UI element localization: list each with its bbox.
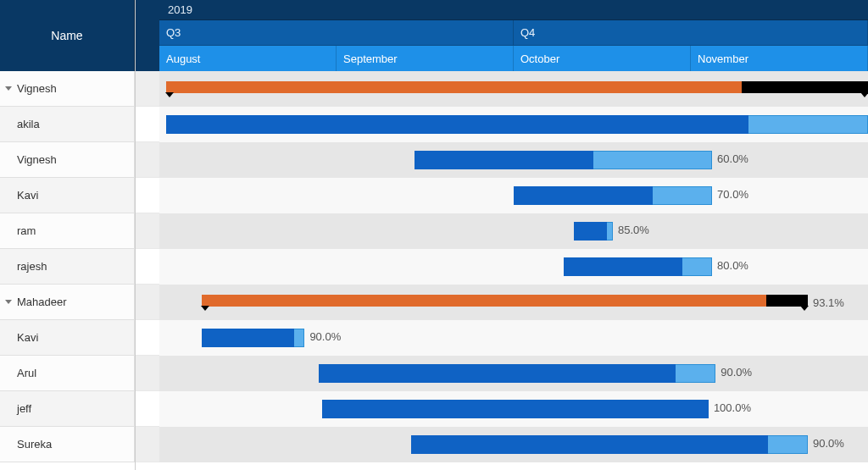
splitter-row xyxy=(136,427,159,462)
timeline-row: 100.0% xyxy=(159,391,868,427)
splitter-row xyxy=(136,71,159,107)
task-name-label: akila xyxy=(17,118,40,130)
splitter-row xyxy=(136,285,159,320)
quarter-cell: Q4 xyxy=(514,20,868,46)
task-bar-progress xyxy=(319,364,676,383)
progress-label: 85.0% xyxy=(613,224,649,236)
task-name-cell[interactable]: rajesh xyxy=(0,249,135,285)
task-name-cell[interactable]: Kavi xyxy=(0,178,135,213)
timeline-panel: 2019 Q3Q4 AugustSeptemberOctoberNovember… xyxy=(159,0,868,470)
splitter-row xyxy=(136,356,159,391)
month-label: November xyxy=(698,53,748,65)
timeline-row: 90.0% xyxy=(159,427,868,462)
progress-label: 90.0% xyxy=(808,437,844,450)
task-bar-progress xyxy=(166,115,748,134)
task-bar[interactable]: 85.0% xyxy=(574,222,613,241)
expand-caret-icon[interactable] xyxy=(5,86,12,91)
progress-label: 70.0% xyxy=(712,188,748,201)
name-list: VigneshakilaVigneshKaviramrajeshMahadeer… xyxy=(0,71,135,462)
task-name-label: Arul xyxy=(17,367,36,379)
summary-bar-progress xyxy=(202,295,765,307)
quarter-cell: Q3 xyxy=(159,20,514,46)
task-name-cell[interactable]: Arul xyxy=(0,356,135,391)
task-name-label: Vignesh xyxy=(17,82,57,95)
task-bar[interactable]: 90.0% xyxy=(319,364,715,383)
task-bar-progress xyxy=(574,222,607,241)
task-name-cell[interactable]: akila xyxy=(0,107,135,142)
quarter-label: Q4 xyxy=(520,26,535,39)
progress-label: 90.0% xyxy=(715,366,752,379)
gantt-chart: Name VigneshakilaVigneshKaviramrajeshMah… xyxy=(0,0,868,470)
month-label: October xyxy=(520,53,559,65)
task-bar-progress xyxy=(202,329,294,347)
task-bar-progress xyxy=(415,151,593,169)
timeline-row: 90.0% xyxy=(159,356,868,391)
month-label: September xyxy=(343,53,398,65)
task-bar[interactable] xyxy=(166,115,868,134)
timeline-body: 60.0%70.0%85.0%80.0%93.1%90.0%90.0%100.0… xyxy=(159,71,868,462)
task-bar-progress xyxy=(322,400,709,418)
progress-label: 100.0% xyxy=(709,401,751,414)
timeline-row: 85.0% xyxy=(159,213,868,249)
progress-label: 80.0% xyxy=(712,259,748,272)
task-name-label: Kavi xyxy=(17,331,38,344)
timeline-row: 93.1% xyxy=(159,285,868,320)
summary-bar[interactable]: 93.1% xyxy=(202,295,808,307)
splitter-header xyxy=(136,0,159,71)
task-name-cell[interactable]: jeff xyxy=(0,391,135,427)
timeline-row xyxy=(159,71,868,107)
task-name-cell[interactable]: Mahadeer xyxy=(0,285,135,320)
task-name-label: Mahadeer xyxy=(17,296,67,308)
task-bar[interactable]: 90.0% xyxy=(411,435,808,454)
splitter-column[interactable] xyxy=(136,0,159,470)
task-name-label: Vignesh xyxy=(17,153,57,166)
progress-label: 90.0% xyxy=(304,330,341,343)
month-cell: September xyxy=(337,46,514,71)
task-bar[interactable]: 80.0% xyxy=(564,257,713,276)
month-cell: October xyxy=(514,46,691,71)
month-cell: August xyxy=(159,46,337,71)
task-name-label: jeff xyxy=(17,402,31,415)
task-name-cell[interactable]: Sureka xyxy=(0,427,135,462)
name-header-label: Name xyxy=(51,29,82,42)
splitter-row xyxy=(136,391,159,427)
timeline-row: 80.0% xyxy=(159,249,868,285)
timeline-quarters: Q3Q4 xyxy=(159,20,868,46)
task-name-cell[interactable]: Kavi xyxy=(0,320,135,356)
splitter-row xyxy=(136,178,159,213)
task-name-label: Sureka xyxy=(17,438,52,451)
task-bar[interactable]: 70.0% xyxy=(514,186,712,205)
task-bar[interactable]: 100.0% xyxy=(322,400,709,418)
name-column: Name VigneshakilaVigneshKaviramrajeshMah… xyxy=(0,0,136,470)
summary-bar-progress xyxy=(166,81,742,93)
summary-bar[interactable] xyxy=(166,81,868,93)
splitter-row xyxy=(136,320,159,356)
task-name-label: Kavi xyxy=(17,189,38,202)
splitter-row xyxy=(136,107,159,142)
progress-label: 93.1% xyxy=(808,296,844,309)
task-bar-progress xyxy=(564,257,682,276)
task-bar[interactable]: 60.0% xyxy=(415,151,712,169)
task-name-label: ram xyxy=(17,224,36,237)
timeline-year: 2019 xyxy=(159,0,868,20)
year-label: 2019 xyxy=(168,3,192,16)
task-name-label: rajesh xyxy=(17,260,47,273)
task-bar-progress xyxy=(411,435,768,454)
task-name-cell[interactable]: Vignesh xyxy=(0,71,135,107)
timeline-row: 70.0% xyxy=(159,178,868,213)
progress-label: 60.0% xyxy=(712,152,748,165)
summary-start-marker-icon xyxy=(165,92,174,97)
summary-end-marker-icon xyxy=(860,92,868,97)
task-bar[interactable]: 90.0% xyxy=(202,329,304,347)
month-cell: November xyxy=(691,46,868,71)
timeline-row xyxy=(159,107,868,142)
timeline-header: 2019 Q3Q4 AugustSeptemberOctoberNovember xyxy=(159,0,868,71)
task-name-cell[interactable]: Vignesh xyxy=(0,142,135,178)
expand-caret-icon[interactable] xyxy=(5,300,12,304)
timeline-row: 90.0% xyxy=(159,320,868,356)
splitter-row xyxy=(136,213,159,249)
quarter-label: Q3 xyxy=(166,26,181,39)
task-bar-progress xyxy=(514,186,653,205)
splitter-row xyxy=(136,249,159,285)
task-name-cell[interactable]: ram xyxy=(0,213,135,249)
